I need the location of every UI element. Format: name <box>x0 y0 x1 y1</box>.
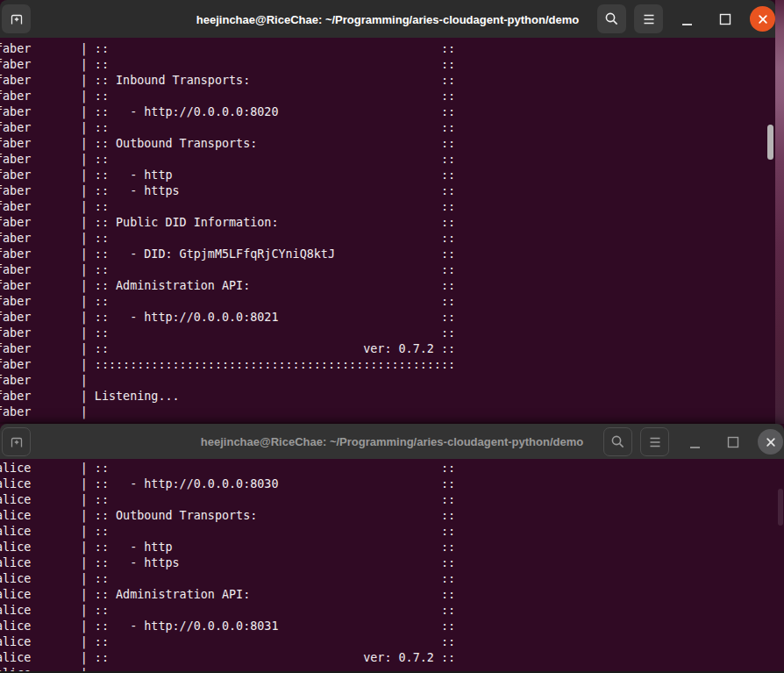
new-tab-button[interactable] <box>2 4 31 33</box>
maximize-button[interactable] <box>721 427 745 456</box>
hamburger-menu-button[interactable] <box>640 427 669 456</box>
search-icon <box>604 11 619 26</box>
search-icon <box>610 434 625 449</box>
search-button[interactable] <box>597 4 626 33</box>
window-title: heejinchae@RiceChae: ~/Programming/aries… <box>196 12 579 25</box>
hamburger-menu-button[interactable] <box>634 4 663 33</box>
desktop-wallpaper-strip <box>775 0 784 424</box>
terminal-output-faber: faber | :: :: faber | :: :: faber | :: I… <box>0 41 455 420</box>
window-title: heejinchae@RiceChae: ~/Programming/aries… <box>201 435 583 448</box>
maximize-icon <box>727 436 739 448</box>
close-icon <box>765 436 777 448</box>
new-tab-button[interactable] <box>2 427 31 456</box>
terminal-window-alice: heejinchae@RiceChae: ~/Programming/aries… <box>0 424 784 673</box>
close-button[interactable] <box>750 6 775 32</box>
scrollbar-thumb[interactable] <box>767 125 773 160</box>
hamburger-menu-icon <box>648 436 662 448</box>
close-button[interactable] <box>758 429 783 455</box>
maximize-icon <box>719 13 731 25</box>
minimize-button[interactable] <box>674 4 699 33</box>
new-tab-icon <box>10 435 24 449</box>
titlebar: heejinchae@RiceChae: ~/Programming/aries… <box>0 0 775 38</box>
scrollbar-thumb[interactable] <box>778 489 783 526</box>
terminal-viewport-alice[interactable]: alice | :: :: alice | :: - http://0.0.0.… <box>0 459 784 673</box>
minimize-button[interactable] <box>682 427 707 456</box>
titlebar: heejinchae@RiceChae: ~/Programming/aries… <box>0 424 784 459</box>
close-icon <box>757 13 769 25</box>
minimize-icon <box>681 23 693 26</box>
terminal-output-alice: alice | :: :: alice | :: - http://0.0.0.… <box>0 461 455 673</box>
hamburger-menu-icon <box>642 13 656 25</box>
terminal-window-faber: heejinchae@RiceChae: ~/Programming/aries… <box>0 0 775 422</box>
search-button[interactable] <box>603 427 632 456</box>
minimize-icon <box>689 446 701 449</box>
new-tab-icon <box>10 12 24 26</box>
maximize-button[interactable] <box>713 4 738 33</box>
terminal-viewport-faber[interactable]: faber | :: :: faber | :: :: faber | :: I… <box>0 38 775 422</box>
